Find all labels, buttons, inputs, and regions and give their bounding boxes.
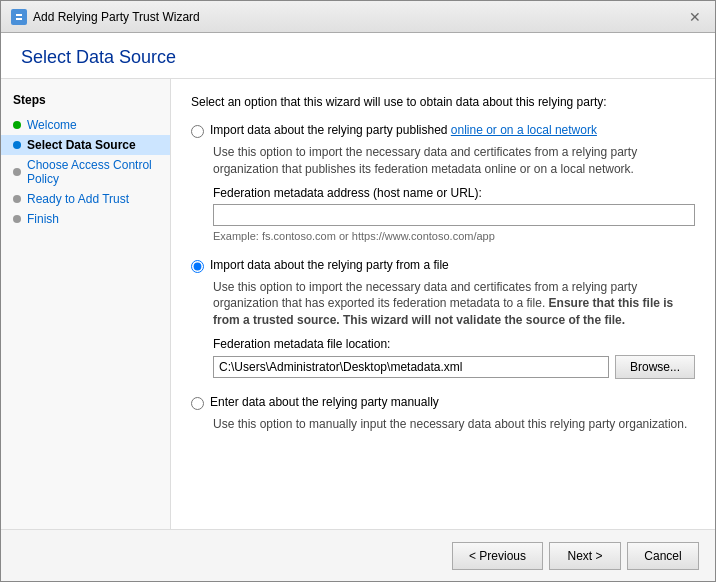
browse-button[interactable]: Browse... [615, 355, 695, 379]
step-indicator-finish [13, 215, 21, 223]
option-online-description: Use this option to import the necessary … [213, 144, 695, 178]
step-indicator-welcome [13, 121, 21, 129]
content-area: Steps Welcome Select Data Source Choose … [1, 79, 715, 529]
step-indicator-select-data [13, 141, 21, 149]
option-file-label[interactable]: Import data about the relying party from… [210, 258, 449, 272]
cancel-button[interactable]: Cancel [627, 542, 699, 570]
wizard-icon [11, 9, 27, 25]
option-online-label[interactable]: Import data about the relying party publ… [210, 123, 597, 137]
page-title: Select Data Source [21, 47, 695, 68]
sidebar-title: Steps [1, 93, 170, 115]
option-manual-row: Enter data about the relying party manua… [191, 395, 695, 410]
option-file-group: Import data about the relying party from… [191, 258, 695, 379]
window-title: Add Relying Party Trust Wizard [33, 10, 200, 24]
page-header: Select Data Source [1, 33, 715, 79]
option-manual-radio[interactable] [191, 397, 204, 410]
sidebar-label-finish: Finish [27, 212, 59, 226]
step-indicator-access [13, 168, 21, 176]
footer: < Previous Next > Cancel [1, 529, 715, 581]
svg-rect-0 [14, 12, 24, 22]
sidebar-label-welcome: Welcome [27, 118, 77, 132]
next-button[interactable]: Next > [549, 542, 621, 570]
sidebar-item-access[interactable]: Choose Access Control Policy [1, 155, 170, 189]
federation-address-example: Example: fs.contoso.com or https://www.c… [213, 230, 695, 242]
option-manual-description: Use this option to manually input the ne… [213, 416, 695, 433]
title-bar: Add Relying Party Trust Wizard ✕ [1, 1, 715, 33]
option-online-link: online or on a local network [451, 123, 597, 137]
svg-rect-1 [16, 14, 22, 16]
sidebar-label-select-data: Select Data Source [27, 138, 136, 152]
sidebar-label-ready: Ready to Add Trust [27, 192, 129, 206]
option-file-row: Import data about the relying party from… [191, 258, 695, 273]
close-button[interactable]: ✕ [685, 7, 705, 27]
sidebar-item-finish[interactable]: Finish [1, 209, 170, 229]
federation-address-label: Federation metadata address (host name o… [213, 186, 695, 200]
step-indicator-ready [13, 195, 21, 203]
main-content: Select an option that this wizard will u… [171, 79, 715, 529]
file-location-row: Browse... [213, 355, 695, 379]
sidebar-item-select-data[interactable]: Select Data Source [1, 135, 170, 155]
option-manual-label[interactable]: Enter data about the relying party manua… [210, 395, 439, 409]
option-online-row: Import data about the relying party publ… [191, 123, 695, 138]
svg-rect-2 [16, 18, 22, 20]
federation-address-input[interactable] [213, 204, 695, 226]
file-location-label: Federation metadata file location: [213, 337, 695, 351]
wizard-window: Add Relying Party Trust Wizard ✕ Select … [0, 0, 716, 582]
file-location-input[interactable] [213, 356, 609, 378]
sidebar: Steps Welcome Select Data Source Choose … [1, 79, 171, 529]
option-online-group: Import data about the relying party publ… [191, 123, 695, 242]
option-manual-group: Enter data about the relying party manua… [191, 395, 695, 433]
title-bar-left: Add Relying Party Trust Wizard [11, 9, 200, 25]
option-file-description: Use this option to import the necessary … [213, 279, 695, 329]
sidebar-item-welcome[interactable]: Welcome [1, 115, 170, 135]
option-online-radio[interactable] [191, 125, 204, 138]
sidebar-item-ready[interactable]: Ready to Add Trust [1, 189, 170, 209]
previous-button[interactable]: < Previous [452, 542, 543, 570]
sidebar-label-access: Choose Access Control Policy [27, 158, 158, 186]
instruction-text: Select an option that this wizard will u… [191, 95, 695, 109]
option-file-radio[interactable] [191, 260, 204, 273]
